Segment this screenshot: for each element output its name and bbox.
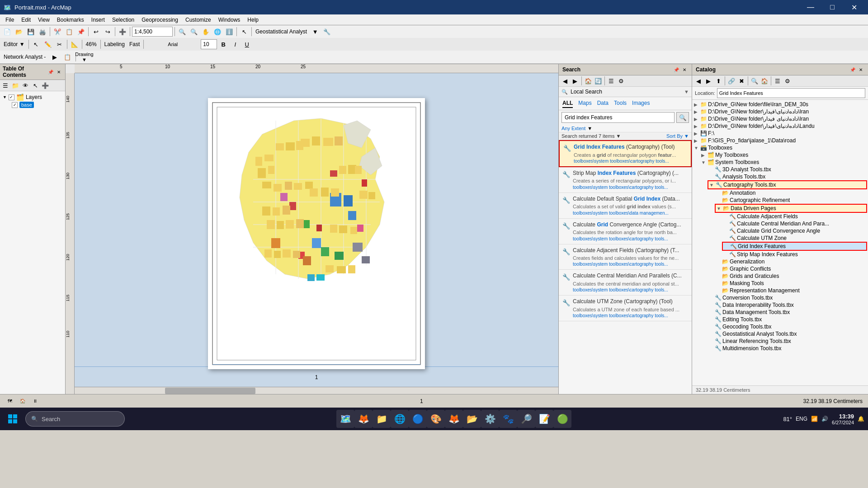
search-input[interactable]: Grid index Features: [561, 112, 675, 123]
taskbar-app-ps[interactable]: 🎨: [427, 410, 445, 428]
toc-add[interactable]: ➕: [41, 81, 50, 90]
ga-dropdown[interactable]: ▼: [310, 26, 321, 37]
cat-conversion[interactable]: 🔧 Conversion Tools.tbx: [708, 294, 867, 301]
search-tab-maps[interactable]: Maps: [578, 99, 591, 108]
minimize-button[interactable]: —: [800, 0, 821, 14]
toc-visible-view[interactable]: 👁: [21, 81, 30, 90]
cat-editing[interactable]: 🔧 Editing Tools.tbx: [708, 316, 867, 323]
cat-data-mgmt[interactable]: 🔧 Data Management Tools.tbx: [708, 309, 867, 316]
cat-grids[interactable]: 📂 Grids and Graticules: [715, 272, 867, 280]
cat-system-toolboxes[interactable]: ▼ 🗂️ System Toolboxes: [700, 159, 867, 166]
sketch-tool[interactable]: 📐: [69, 39, 80, 50]
search-go-button[interactable]: 🔍: [676, 112, 689, 123]
sort-link[interactable]: Sort By ▼: [666, 133, 689, 139]
result-item-4[interactable]: 🔧 Calculate Grid Convergence Angle (Cart…: [559, 219, 692, 244]
map-content[interactable]: 1: [75, 73, 558, 394]
font-select[interactable]: Arial: [146, 39, 200, 50]
menu-geoprocessing[interactable]: Geoprocessing: [138, 16, 182, 24]
drawing-btn[interactable]: Drawing ▼: [79, 52, 90, 62]
result-item-7[interactable]: 🔧 Calculate UTM Zone (Cartography) (Tool…: [559, 296, 692, 321]
scale-input[interactable]: 1:4,500: [132, 27, 173, 37]
taskbar-app-e[interactable]: 🟢: [553, 410, 571, 428]
catalog-pin[interactable]: 📌: [849, 66, 856, 73]
split-tool[interactable]: ✂: [54, 39, 65, 50]
maximize-button[interactable]: □: [822, 0, 843, 14]
full-extent-button[interactable]: 🌐: [212, 26, 223, 37]
search-close[interactable]: ✕: [681, 66, 688, 73]
cat-analysis[interactable]: 🔧 Analysis Tools.tbx: [708, 173, 867, 180]
search-view[interactable]: ☰: [607, 76, 616, 85]
cat-options[interactable]: ⚙: [783, 76, 792, 85]
select-button[interactable]: ↖: [239, 26, 250, 37]
undo-button[interactable]: ↩: [90, 26, 101, 37]
result-item-5[interactable]: 🔧 Calculate Adjacent Fields (Cartography…: [559, 244, 692, 270]
edit-tool[interactable]: ↖: [31, 39, 42, 50]
result-item-6[interactable]: 🔧 Calculate Central Meridian And Paralle…: [559, 270, 692, 296]
toc-source-view[interactable]: 📁: [11, 81, 20, 90]
cat-path-4[interactable]: ▶ 📁 D:\Drive_G\New folder\داده\دنیای\فید…: [693, 122, 867, 130]
cat-multidim[interactable]: 🔧 Multidimension Tools.tbx: [708, 345, 867, 352]
cat-back[interactable]: ◀: [694, 76, 703, 85]
na-directions[interactable]: 📋: [62, 52, 73, 62]
menu-insert[interactable]: Insert: [88, 16, 108, 24]
taskbar-app-files[interactable]: 📁: [373, 410, 391, 428]
pan-button[interactable]: ✋: [200, 26, 211, 37]
cat-representation[interactable]: 📂 Representation Management: [715, 287, 867, 294]
scrollbar-horizontal[interactable]: [75, 387, 558, 394]
cat-geocoding[interactable]: 🔧 Geocoding Tools.tbx: [708, 323, 867, 330]
cat-view[interactable]: ☰: [773, 76, 782, 85]
search-home[interactable]: 🏠: [584, 76, 593, 85]
search-tab-data[interactable]: Data: [597, 99, 609, 108]
menu-selection[interactable]: Selection: [108, 16, 138, 24]
result-item-2[interactable]: 🔧 Strip Map Index Features (Cartography)…: [559, 167, 692, 193]
extent-arrow[interactable]: ▼: [587, 126, 592, 131]
cat-gis-path[interactable]: ▶ 📁 F:\GIS_Pro_fidar\jalase_1\Data\road: [693, 137, 867, 144]
taskbar-app-paw[interactable]: 🐾: [499, 410, 517, 428]
zoom-level-button[interactable]: 🗺: [5, 397, 14, 406]
notification-icon[interactable]: 🔔: [858, 416, 864, 422]
reshape-tool[interactable]: ✏️: [42, 39, 53, 50]
add-data-button[interactable]: ➕: [117, 26, 128, 37]
menu-help[interactable]: Help: [244, 16, 262, 24]
layer-group-layers[interactable]: ▼ 🗂️ Layers: [2, 93, 63, 101]
cat-grid-index[interactable]: 🔨 Grid Index Features: [722, 242, 867, 251]
cat-interop[interactable]: 🔧 Data Interoperability Tools.tbx: [708, 301, 867, 309]
cat-calc-adj[interactable]: 🔨 Calculate Adjacent Fields: [722, 213, 867, 220]
cat-annotation[interactable]: 📂 Annotation: [715, 189, 867, 197]
taskbar-app-ff2[interactable]: 🦊: [445, 410, 463, 428]
location-input[interactable]: Grid Index Features: [717, 88, 865, 98]
toc-select-view[interactable]: ↖: [31, 81, 40, 90]
search-tab-all[interactable]: ALL: [562, 99, 573, 108]
search-options[interactable]: ⚙: [617, 76, 626, 85]
taskbar-app-firefox[interactable]: 🦊: [354, 410, 373, 428]
cut-button[interactable]: ✂️: [52, 26, 63, 37]
search-refresh[interactable]: 🔄: [594, 76, 603, 85]
menu-edit[interactable]: Edit: [18, 16, 34, 24]
search-back[interactable]: ◀: [561, 76, 570, 85]
copy-button[interactable]: 📋: [64, 26, 75, 37]
search-tab-images[interactable]: Images: [632, 99, 650, 108]
start-button[interactable]: [4, 410, 22, 428]
cat-masking[interactable]: 📂 Masking Tools: [715, 280, 867, 287]
taskbar-app-settings[interactable]: ⚙️: [481, 410, 499, 428]
paste-button[interactable]: 📌: [75, 26, 86, 37]
bold-button[interactable]: B: [218, 39, 229, 50]
cat-calc-grid[interactable]: 🔨 Calculate Grid Convergence Angle: [722, 227, 867, 235]
toc-pin[interactable]: 📌: [47, 68, 54, 75]
cat-path-2[interactable]: ▶ 📁 D:\Drive_G\New folder\داده\دنیای\فید…: [693, 108, 867, 115]
cat-calc-central[interactable]: 🔨 Calculate Central Meridian And Para...: [722, 220, 867, 227]
identify-button[interactable]: ℹ️: [224, 26, 235, 37]
menu-view[interactable]: View: [34, 16, 53, 24]
taskbar-app-browser[interactable]: 🌐: [391, 410, 409, 428]
cat-generalization[interactable]: 📂 Generalization: [715, 258, 867, 265]
underline-button[interactable]: U: [241, 39, 252, 50]
menu-file[interactable]: File: [2, 16, 18, 24]
cat-disconnect[interactable]: ✖: [737, 76, 746, 85]
cat-home[interactable]: 🏠: [760, 76, 769, 85]
search-forward[interactable]: ▶: [571, 76, 580, 85]
base-checkbox[interactable]: [12, 102, 18, 108]
italic-button[interactable]: I: [230, 39, 241, 50]
catalog-close[interactable]: ✕: [857, 66, 864, 73]
pause-button[interactable]: ⏸: [31, 397, 40, 406]
toc-close[interactable]: ✕: [55, 68, 62, 75]
